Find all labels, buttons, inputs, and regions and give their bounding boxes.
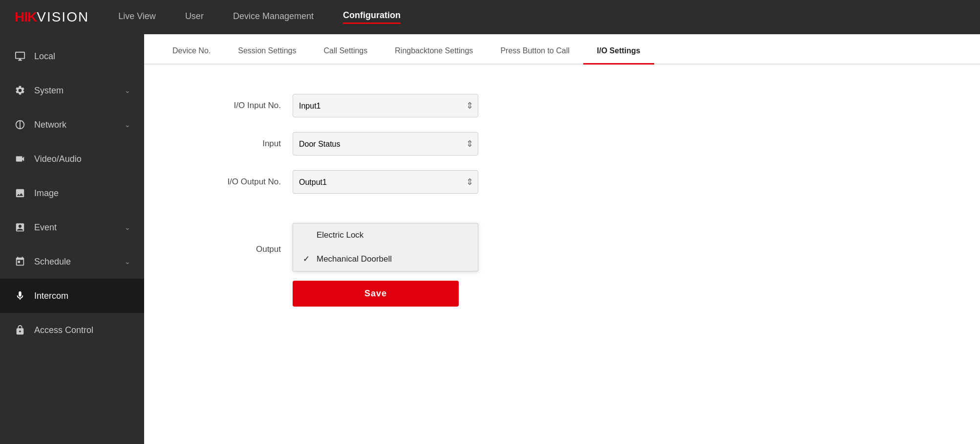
save-btn-row: Save: [293, 281, 941, 307]
tab-io-settings[interactable]: I/O Settings: [583, 39, 654, 65]
nav-live-view[interactable]: Live View: [118, 11, 156, 23]
mic-icon: [14, 289, 26, 302]
io-input-no-label: I/O Input No.: [183, 101, 281, 111]
sidebar-item-video-audio[interactable]: Video/Audio: [0, 142, 144, 176]
dropdown-item-mechanical-doorbell-label: Mechanical Doorbell: [317, 254, 392, 264]
io-output-no-select-wrapper: Output1 ⇕: [293, 170, 478, 194]
sidebar-item-access-control[interactable]: Access Control: [0, 313, 144, 347]
top-nav-links: Live View User Device Management Configu…: [118, 10, 401, 24]
input-select-wrapper: Door Status ⇕: [293, 132, 478, 155]
check-placeholder: [303, 230, 312, 240]
sidebar-item-network[interactable]: Network ⌄: [0, 108, 144, 142]
nav-user[interactable]: User: [185, 11, 204, 23]
chevron-down-icon-event: ⌄: [125, 223, 130, 231]
logo-vision: VISION: [37, 9, 89, 25]
form-row-input: Input Door Status ⇕: [183, 132, 941, 155]
sidebar-item-schedule[interactable]: Schedule ⌄: [0, 244, 144, 279]
output-type-dropdown: Electric Lock ✓ Mechanical Doorbell: [293, 223, 478, 271]
main-layout: Local System ⌄ Network ⌄ Video/Audio: [0, 34, 980, 444]
sidebar-label-intercom: Intercom: [34, 291, 68, 301]
nav-device-management[interactable]: Device Management: [233, 11, 314, 23]
top-nav: HIK VISION Live View User Device Managem…: [0, 0, 980, 34]
io-output-no-select[interactable]: Output1: [293, 170, 478, 194]
sidebar-label-network: Network: [34, 120, 66, 130]
tab-device-no[interactable]: Device No.: [159, 39, 224, 65]
sidebar-item-event[interactable]: Event ⌄: [0, 210, 144, 244]
sidebar-label-local: Local: [34, 51, 55, 62]
sidebar-label-event: Event: [34, 222, 57, 233]
output-label: Output: [183, 244, 281, 254]
sidebar: Local System ⌄ Network ⌄ Video/Audio: [0, 34, 144, 444]
dropdown-item-electric-lock[interactable]: Electric Lock: [293, 223, 478, 247]
sidebar-label-video-audio: Video/Audio: [34, 154, 82, 164]
input-label: Input: [183, 139, 281, 149]
io-input-no-select-wrapper: Input1 ⇕: [293, 94, 478, 117]
tab-call-settings[interactable]: Call Settings: [310, 39, 381, 65]
event-icon: [14, 221, 26, 234]
nav-configuration[interactable]: Configuration: [343, 10, 401, 24]
io-output-no-label: I/O Output No.: [183, 177, 281, 187]
image-icon: [14, 187, 26, 200]
lock-icon: [14, 324, 26, 336]
sidebar-item-system[interactable]: System ⌄: [0, 73, 144, 108]
tab-press-button-to-call[interactable]: Press Button to Call: [487, 39, 583, 65]
form-content: I/O Input No. Input1 ⇕ Input Door Status…: [144, 65, 980, 444]
sidebar-item-image[interactable]: Image: [0, 176, 144, 210]
tab-ringbacktone-settings[interactable]: Ringbacktone Settings: [381, 39, 487, 65]
schedule-icon: [14, 255, 26, 268]
save-button[interactable]: Save: [293, 281, 459, 307]
check-icon: ✓: [303, 254, 312, 264]
chevron-down-icon-schedule: ⌄: [125, 258, 130, 266]
tab-bar: Device No. Session Settings Call Setting…: [144, 34, 980, 65]
sidebar-item-local[interactable]: Local: [0, 39, 144, 73]
logo: HIK VISION: [15, 9, 89, 25]
io-input-no-select[interactable]: Input1: [293, 94, 478, 117]
sidebar-label-schedule: Schedule: [34, 257, 71, 267]
tab-session-settings[interactable]: Session Settings: [224, 39, 310, 65]
monitor-icon: [14, 50, 26, 63]
system-icon: [14, 84, 26, 97]
video-icon: [14, 153, 26, 165]
chevron-down-icon-network: ⌄: [125, 121, 130, 129]
dropdown-item-mechanical-doorbell[interactable]: ✓ Mechanical Doorbell: [293, 247, 478, 271]
sidebar-item-intercom[interactable]: Intercom: [0, 279, 144, 313]
sidebar-label-access-control: Access Control: [34, 325, 93, 335]
logo-hik: HIK: [15, 9, 37, 25]
content-area: Device No. Session Settings Call Setting…: [144, 34, 980, 444]
sidebar-label-image: Image: [34, 188, 59, 199]
globe-icon: [14, 118, 26, 131]
input-select[interactable]: Door Status: [293, 132, 478, 155]
form-row-io-input-no: I/O Input No. Input1 ⇕: [183, 94, 941, 117]
dropdown-item-electric-lock-label: Electric Lock: [317, 230, 363, 240]
form-row-io-output-no: I/O Output No. Output1 ⇕ Electric Lock ✓: [183, 170, 941, 194]
chevron-down-icon: ⌄: [125, 87, 130, 94]
sidebar-label-system: System: [34, 86, 64, 96]
